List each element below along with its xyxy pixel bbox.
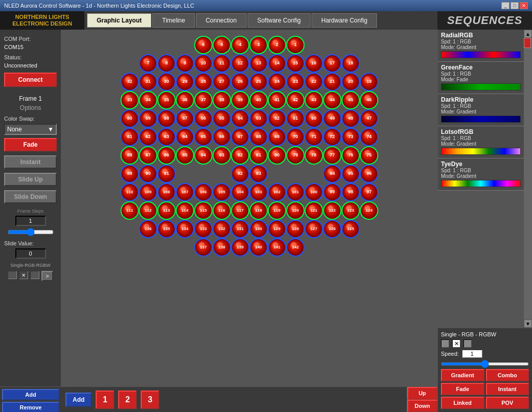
combo-button[interactable]: Combo xyxy=(486,369,529,381)
fade-mode-button[interactable]: Fade xyxy=(441,383,484,395)
seq-mode-5: Mode: Gradient xyxy=(441,173,521,179)
seq-spd-1: Spd: 1 : RGB xyxy=(441,39,521,44)
fade-button[interactable]: Fade xyxy=(4,138,57,151)
x-mark: ✕ xyxy=(454,340,459,347)
title-bar: NLED Aurora Control Software - 1d - Nort… xyxy=(0,0,532,11)
pov-button[interactable]: POV xyxy=(486,397,529,409)
connect-button[interactable]: Connect xyxy=(4,73,57,87)
sequence-item-1[interactable]: RadialRGB Spd: 1 : RGB Mode: Gradient xyxy=(438,30,524,62)
logo-text: NORTHERN LIGHTS ELECTRONIC DESIGN xyxy=(12,14,72,27)
gradient-button[interactable]: Gradient xyxy=(441,369,484,381)
close-button[interactable]: ✕ xyxy=(520,2,528,9)
mode-buttons: Gradient Combo Fade Instant Linked POV xyxy=(441,369,529,409)
colorswap-value: None xyxy=(7,126,22,133)
add-button[interactable]: Add xyxy=(65,393,92,407)
single-rgb-label: Single-RGB-RGBW xyxy=(4,263,57,268)
frame-steps-slider[interactable] xyxy=(8,230,54,234)
rgb-check-x[interactable]: ✕ xyxy=(452,339,460,348)
dropdown-arrow: ▼ xyxy=(48,126,54,133)
logo-line1: NORTHERN LIGHTS xyxy=(12,14,72,20)
scroll-down-button[interactable]: ▼ xyxy=(524,319,532,328)
tab-graphic-layout[interactable]: Graphic Layout xyxy=(87,13,151,28)
right-panel: RadialRGB Spd: 1 : RGB Mode: Gradient Gr… xyxy=(437,30,532,412)
seq-mode-4: Mode: Gradient xyxy=(441,141,521,147)
seq-gradient-2 xyxy=(441,83,521,90)
up-button[interactable]: Up xyxy=(407,387,437,400)
rgb-check-3[interactable] xyxy=(463,339,472,348)
minimize-button[interactable]: _ xyxy=(501,2,509,9)
speed-label: Speed: xyxy=(441,351,459,357)
down-button[interactable]: Down xyxy=(407,400,437,413)
scroll-thumb[interactable] xyxy=(524,38,531,48)
sequences-title: SEQUENCES xyxy=(447,14,522,27)
tab-connection[interactable]: Connection xyxy=(196,13,247,28)
bottom-bar: Add 1 2 3 xyxy=(61,386,437,412)
scroll-up-button[interactable]: ▲ xyxy=(524,30,532,38)
speed-row: Speed: xyxy=(441,350,529,358)
colorswap-dropdown[interactable]: None ▼ xyxy=(4,124,57,135)
tab-timeline[interactable]: Timeline xyxy=(152,13,195,28)
center-panel xyxy=(61,30,437,412)
remove-button[interactable]: Remove xyxy=(2,402,59,412)
rgb-checkboxes: ✕ xyxy=(441,339,529,348)
seq-name-4: LotsofRGB xyxy=(441,128,521,135)
seq-name-5: TyeDye xyxy=(441,161,521,168)
seq-name-1: RadialRGB xyxy=(441,32,521,39)
maximize-button[interactable]: □ xyxy=(511,2,519,9)
slideup-button[interactable]: Slide Up xyxy=(4,173,57,186)
single-rgb-section-label: Single - RGB - RGBW xyxy=(441,331,529,337)
main-layout: COM Port: COM15 Status: Unconnected Conn… xyxy=(0,30,532,412)
rgb-box-x[interactable]: ✕ xyxy=(19,271,28,279)
scene-3-button[interactable]: 3 xyxy=(141,391,159,409)
scene-2-button[interactable]: 2 xyxy=(118,391,137,409)
left-bottom-buttons: Add Remove Reset xyxy=(0,386,61,412)
seq-gradient-1 xyxy=(441,51,521,58)
tab-software-config[interactable]: Software Config xyxy=(248,13,311,28)
slide-value-input[interactable] xyxy=(15,248,46,259)
options-label[interactable]: Options xyxy=(4,104,57,111)
speed-input[interactable] xyxy=(462,350,482,358)
rgb-boxes: ✕ > xyxy=(4,271,57,281)
seq-spd-5: Spd: 1 : RGB xyxy=(441,168,521,173)
seq-name-2: GreenFace xyxy=(441,64,521,71)
frame-steps-label: Frame Steps xyxy=(4,209,57,214)
sequence-item-5[interactable]: TyeDye Spd: 1 : RGB Mode: Gradient xyxy=(438,158,524,191)
seq-mode-2: Mode: Fade xyxy=(441,77,521,82)
updown-buttons: Up Down xyxy=(407,386,437,412)
seq-gradient-5 xyxy=(441,180,521,187)
colorswap-label: Color Swap: xyxy=(4,116,57,122)
add-left-button[interactable]: Add xyxy=(2,389,59,400)
instant-mode-button[interactable]: Instant xyxy=(486,383,529,395)
scene-1-button[interactable]: 1 xyxy=(96,391,114,409)
window-controls: _ □ ✕ xyxy=(501,2,528,9)
rgb-box-r[interactable] xyxy=(8,271,17,279)
logo: NORTHERN LIGHTS ELECTRONIC DESIGN xyxy=(0,11,84,30)
sequences-scrollbar[interactable]: ▲ ▼ xyxy=(524,30,532,328)
speed-slider[interactable] xyxy=(441,362,529,365)
instant-button[interactable]: Instant xyxy=(4,155,57,169)
seq-name-3: DarkRipple xyxy=(441,96,521,103)
app-title: NLED Aurora Control Software - 1d - Nort… xyxy=(4,3,194,9)
com-port-label: COM Port: xyxy=(4,36,57,42)
arrow-button[interactable]: > xyxy=(41,271,53,281)
scroll-track xyxy=(524,38,532,319)
rgb-box-b[interactable] xyxy=(30,271,39,279)
frame-steps-input[interactable] xyxy=(15,216,46,226)
frame-label: Frame 1 xyxy=(4,95,57,102)
sequence-item-2[interactable]: GreenFace Spd: 1 : RGB Mode: Fade xyxy=(438,62,524,94)
left-panel: COM Port: COM15 Status: Unconnected Conn… xyxy=(0,30,61,412)
seq-gradient-3 xyxy=(441,116,521,123)
sequences-list: RadialRGB Spd: 1 : RGB Mode: Gradient Gr… xyxy=(438,30,532,328)
sequence-item-4[interactable]: LotsofRGB Spd: 1 : RGB Mode: Gradient xyxy=(438,126,524,158)
tab-hardware-config[interactable]: Hardware Config xyxy=(312,13,377,28)
linked-button[interactable]: Linked xyxy=(441,397,484,409)
sequence-item-3[interactable]: DarkRipple Spd: 1 : RGB Mode: Gradient xyxy=(438,94,524,126)
com-port-value: COM15 xyxy=(4,44,57,50)
seq-spd-2: Spd: 1 : RGB xyxy=(441,71,521,77)
slidedown-button[interactable]: Slide Down xyxy=(4,190,57,203)
logo-line2: ELECTRONIC DESIGN xyxy=(12,20,72,27)
status-label: Status: xyxy=(4,54,57,60)
seq-gradient-4 xyxy=(441,148,521,155)
slide-value-label: Slide Value: xyxy=(4,240,57,246)
rgb-check-1[interactable] xyxy=(441,339,449,348)
